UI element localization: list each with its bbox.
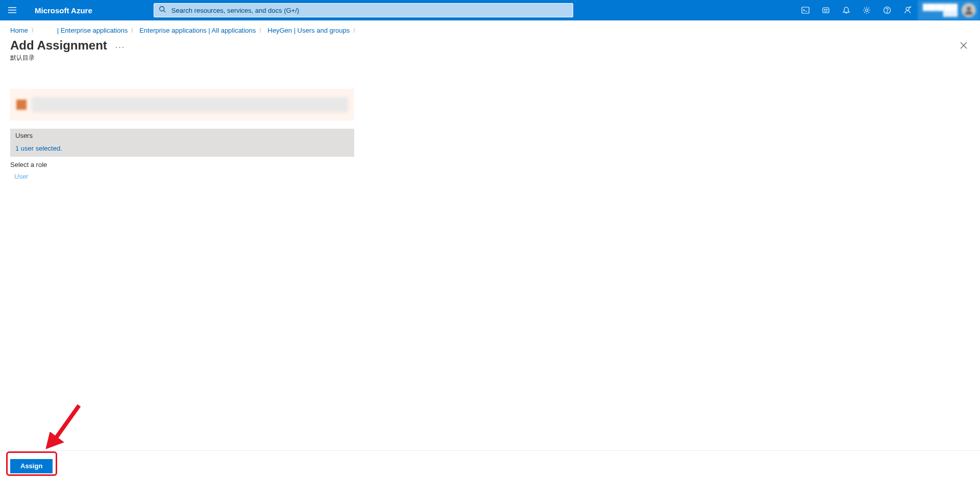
svg-point-8	[824, 9, 825, 10]
svg-rect-2	[8, 12, 16, 13]
avatar	[962, 3, 976, 17]
breadcrumb: Home 〉 | Enterprise applications 〉 Enter…	[0, 20, 980, 38]
svg-rect-0	[8, 7, 16, 8]
svg-point-3	[160, 7, 164, 11]
account-menu[interactable]: ████████ ████	[918, 0, 980, 20]
brand-label[interactable]: Microsoft Azure	[24, 6, 103, 15]
page-title: Add Assignment	[10, 38, 107, 53]
cloud-shell-button[interactable]	[795, 0, 816, 20]
feedback-icon	[903, 6, 912, 14]
svg-point-14	[967, 7, 971, 11]
svg-point-12	[887, 12, 887, 12]
help-icon	[883, 6, 891, 14]
notifications-button[interactable]	[836, 0, 856, 20]
chevron-right-icon: 〉	[259, 27, 264, 34]
top-nav-bar: Microsoft Azure	[0, 0, 980, 20]
feedback-button[interactable]	[897, 0, 918, 20]
role-selector[interactable]: User	[10, 171, 28, 180]
svg-rect-5	[802, 7, 809, 13]
copilot-icon	[822, 6, 830, 14]
users-selector[interactable]: 1 user selected.	[10, 141, 354, 157]
page-subtitle: 默认目录	[10, 54, 125, 62]
global-search	[154, 3, 573, 17]
chevron-right-icon: 〉	[131, 27, 136, 34]
breadcrumb-enterprise-apps[interactable]: | Enterprise applications	[57, 27, 128, 34]
svg-point-10	[865, 9, 868, 12]
help-button[interactable]	[877, 0, 897, 20]
cloud-shell-icon	[801, 6, 810, 14]
chevron-right-icon: 〉	[353, 27, 358, 34]
settings-button[interactable]	[856, 0, 877, 20]
svg-rect-1	[8, 10, 16, 11]
gear-icon	[863, 6, 871, 14]
users-label: Users	[10, 129, 354, 141]
more-actions-button[interactable]: ···	[115, 39, 125, 52]
role-label: Select a role	[10, 158, 970, 171]
search-icon	[159, 6, 166, 15]
svg-point-9	[826, 9, 827, 10]
users-selected-link[interactable]: 1 user selected.	[15, 145, 62, 152]
top-actions: ████████ ████	[795, 0, 980, 20]
search-input[interactable]	[154, 3, 573, 17]
breadcrumb-heygen-users-groups[interactable]: HeyGen | Users and groups	[267, 27, 350, 34]
person-icon	[964, 5, 974, 15]
svg-line-4	[163, 11, 165, 13]
bell-icon	[842, 6, 850, 14]
breadcrumb-all-applications[interactable]: Enterprise applications | All applicatio…	[139, 27, 256, 34]
warning-icon	[16, 100, 27, 110]
svg-point-13	[906, 7, 909, 10]
close-icon	[960, 42, 967, 49]
info-banner	[10, 89, 354, 121]
close-button[interactable]	[958, 39, 970, 52]
hamburger-icon	[8, 6, 16, 14]
hamburger-menu-button[interactable]	[0, 0, 24, 20]
page-header: Add Assignment ··· 默认目录	[0, 38, 980, 68]
chevron-right-icon: 〉	[31, 27, 37, 34]
copilot-button[interactable]	[816, 0, 836, 20]
info-banner-text	[32, 97, 348, 112]
breadcrumb-home[interactable]: Home	[10, 27, 28, 34]
content-area: Users 1 user selected. Select a role Use…	[0, 68, 980, 191]
